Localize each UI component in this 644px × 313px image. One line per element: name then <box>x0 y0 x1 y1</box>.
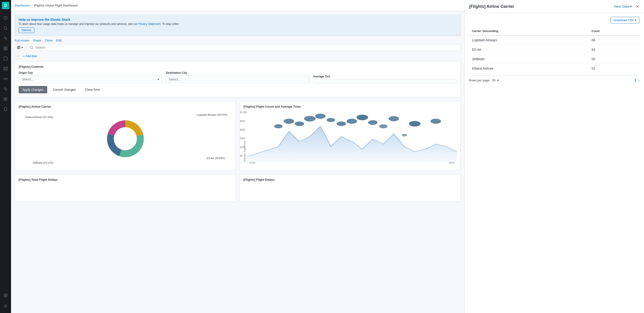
svg-point-12 <box>5 295 6 296</box>
donut-chart <box>102 116 148 162</box>
controls-panel: [Flights] Controls Origin City Select...… <box>15 61 461 97</box>
average-ticket-select[interactable] <box>313 79 457 83</box>
data-table: Carrier: Descending Count Logstash Airwa… <box>469 27 640 73</box>
count-cell: 55 <box>589 54 640 64</box>
esair-label: ES-Air (26.89%) <box>207 157 225 159</box>
download-csv-button[interactable]: Download CSV ▾ <box>610 17 640 24</box>
svg-point-33 <box>347 119 357 124</box>
svg-point-29 <box>304 116 316 121</box>
svg-rect-7 <box>4 57 7 60</box>
svg-point-30 <box>315 114 326 119</box>
breadcrumb-separator: / <box>31 4 32 7</box>
svg-point-22 <box>18 56 18 56</box>
sidebar-icon-siem[interactable] <box>1 105 10 114</box>
carrier-cell: Kibana Airlines <box>469 64 589 73</box>
y-axis-labels: $1,000$800$600$400$200$0 <box>240 111 247 157</box>
bottom-charts: [Flights] Total Flight Delays [Flights] … <box>11 174 464 205</box>
count-cell: 64 <box>589 45 640 54</box>
table-row: JetBeats 55 <box>469 54 640 64</box>
dismiss-button[interactable]: Dismiss <box>19 28 34 33</box>
filter-options-icon <box>16 54 20 58</box>
svg-point-32 <box>336 121 346 126</box>
view-data-label: View: Data <box>614 5 629 8</box>
clear-form-button[interactable]: Clear form <box>81 86 104 93</box>
jetbeats-label: JetBeats (23.11%) <box>32 161 54 164</box>
sidebar-icon-ml[interactable] <box>1 74 10 83</box>
controls-fields: Origin City Select... ▾ Destination City… <box>19 71 457 83</box>
destination-city-select[interactable]: Select... <box>166 75 309 83</box>
search-input[interactable] <box>35 46 458 49</box>
right-panel-header: [Flights] Airline Carrier View: Data ▾ ✕ <box>464 0 644 13</box>
svg-point-40 <box>430 119 441 124</box>
svg-line-21 <box>32 48 33 49</box>
total-delays-panel: [Flights] Total Flight Delays <box>15 174 236 202</box>
sidebar-icon-clock[interactable] <box>1 13 10 23</box>
average-ticket-label: Average Tick <box>313 75 457 78</box>
search-type-icon <box>17 46 20 49</box>
origin-city-arrow: ▾ <box>158 78 159 81</box>
sidebar-icon-dashboard[interactable] <box>1 44 10 53</box>
x-axis-labels: 15:0018:00 <box>247 162 457 164</box>
kibana-airlines-label: Kibana Airlines (21.43%) <box>26 116 53 119</box>
count-cell: 51 <box>589 64 640 73</box>
filter-row: + Add filter <box>11 53 464 61</box>
svg-rect-5 <box>6 49 7 50</box>
sidebar-icon-canvas[interactable] <box>1 54 10 63</box>
origin-city-field: Origin City Select... ▾ <box>19 71 162 83</box>
fullscreen-link[interactable]: Full screen <box>15 39 30 42</box>
view-data-button[interactable]: View: Data ▾ <box>614 5 632 8</box>
svg-rect-6 <box>4 49 5 50</box>
svg-point-24 <box>17 56 17 56</box>
controls-title: [Flights] Controls <box>19 65 457 69</box>
sidebar-icon-discover[interactable] <box>1 24 10 33</box>
apply-changes-button[interactable]: Apply changes <box>19 86 47 93</box>
sidebar-icon-maps[interactable] <box>1 64 10 73</box>
app-logo[interactable]: D <box>2 2 9 9</box>
privacy-link[interactable]: Privacy Statement <box>138 22 160 26</box>
table-header: Carrier: Descending Count <box>469 27 640 35</box>
rows-per-page-selector[interactable]: Rows per page: 20 ▾ <box>469 79 499 82</box>
controls-buttons: Apply changes Cancel changes Clear form <box>19 86 457 93</box>
svg-point-26 <box>274 124 282 128</box>
breadcrumb-parent[interactable]: Dashboard <box>15 4 30 7</box>
next-page-button[interactable]: › <box>638 78 640 82</box>
download-csv-arrow: ▾ <box>635 19 636 22</box>
svg-point-38 <box>402 134 407 136</box>
destination-city-field: Destination City Select... <box>166 71 309 83</box>
charts-grid: [Flights] Airline Carrier <box>11 101 464 174</box>
flight-delays-title: [Flights] Flight Delays <box>244 178 457 181</box>
share-link[interactable]: Share <box>33 39 41 42</box>
svg-point-28 <box>294 121 304 126</box>
pagination-controls: ‹ 1 › <box>632 78 640 82</box>
add-filter-button[interactable]: + Add filter <box>23 54 37 58</box>
prev-page-button[interactable]: ‹ <box>632 78 633 82</box>
svg-rect-3 <box>4 47 5 48</box>
close-panel-button[interactable]: ✕ <box>636 4 640 9</box>
flight-delays-panel: [Flights] Flight Delays <box>240 174 461 202</box>
notice-body: To learn about how usage data helps us m… <box>19 22 457 26</box>
carrier-cell: ES-Air <box>469 45 589 54</box>
breadcrumb-current: [Flights] Global Flight Dashboard <box>34 4 78 7</box>
sidebar-icon-settings[interactable] <box>1 291 10 300</box>
clone-link[interactable]: Clone <box>45 39 52 42</box>
flight-count-title: [Flights] Flight Count and Average Ticke <box>244 105 457 108</box>
main-container: Dashboard / [Flights] Global Flight Dash… <box>11 0 464 313</box>
sidebar-icon-apm[interactable] <box>1 95 10 104</box>
sidebar-icon-visualize[interactable] <box>1 34 10 43</box>
table-row: Logstash Airways 68 <box>469 35 640 45</box>
search-type-dropdown[interactable]: ▾ <box>15 45 25 51</box>
average-ticket-field: Average Tick <box>313 75 457 83</box>
count-cell: 68 <box>589 35 640 45</box>
table-body: Logstash Airways 68 ES-Air 64 JetBeats 5… <box>469 35 640 73</box>
origin-city-select[interactable]: Select... ▾ <box>19 75 162 83</box>
sidebar-icon-collapse[interactable] <box>1 301 10 311</box>
sidebar-icon-uptime[interactable] <box>1 84 10 94</box>
svg-point-25 <box>114 127 137 150</box>
svg-point-11 <box>5 78 6 80</box>
download-csv-label: Download CSV <box>614 19 634 22</box>
edit-link[interactable]: Edit <box>56 39 61 42</box>
filter-options-btn[interactable] <box>15 53 21 59</box>
carrier-cell: JetBeats <box>469 54 589 64</box>
sidebar: D <box>0 0 11 313</box>
cancel-changes-button[interactable]: Cancel changes <box>49 86 80 93</box>
